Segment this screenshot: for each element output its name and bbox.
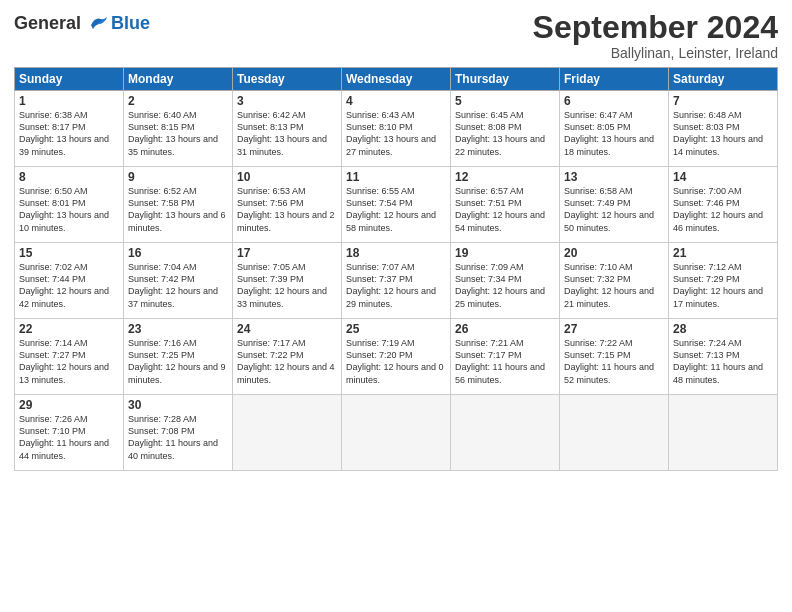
day-number: 21 bbox=[673, 246, 773, 260]
day-number: 5 bbox=[455, 94, 555, 108]
day-number: 18 bbox=[346, 246, 446, 260]
day-info: Sunrise: 6:48 AM Sunset: 8:03 PM Dayligh… bbox=[673, 109, 773, 158]
day-info: Sunrise: 7:26 AM Sunset: 7:10 PM Dayligh… bbox=[19, 413, 119, 462]
day-number: 14 bbox=[673, 170, 773, 184]
day-info: Sunrise: 7:14 AM Sunset: 7:27 PM Dayligh… bbox=[19, 337, 119, 386]
day-number: 16 bbox=[128, 246, 228, 260]
day-number: 15 bbox=[19, 246, 119, 260]
calendar-cell: 28Sunrise: 7:24 AM Sunset: 7:13 PM Dayli… bbox=[669, 319, 778, 395]
day-number: 25 bbox=[346, 322, 446, 336]
calendar-cell: 27Sunrise: 7:22 AM Sunset: 7:15 PM Dayli… bbox=[560, 319, 669, 395]
calendar-cell: 1Sunrise: 6:38 AM Sunset: 8:17 PM Daylig… bbox=[15, 91, 124, 167]
calendar-cell: 19Sunrise: 7:09 AM Sunset: 7:34 PM Dayli… bbox=[451, 243, 560, 319]
calendar-cell: 6Sunrise: 6:47 AM Sunset: 8:05 PM Daylig… bbox=[560, 91, 669, 167]
calendar-cell bbox=[342, 395, 451, 471]
location-subtitle: Ballylinan, Leinster, Ireland bbox=[533, 45, 778, 61]
day-number: 27 bbox=[564, 322, 664, 336]
calendar-cell: 24Sunrise: 7:17 AM Sunset: 7:22 PM Dayli… bbox=[233, 319, 342, 395]
day-info: Sunrise: 7:17 AM Sunset: 7:22 PM Dayligh… bbox=[237, 337, 337, 386]
calendar-week-row: 1Sunrise: 6:38 AM Sunset: 8:17 PM Daylig… bbox=[15, 91, 778, 167]
day-info: Sunrise: 6:43 AM Sunset: 8:10 PM Dayligh… bbox=[346, 109, 446, 158]
day-number: 19 bbox=[455, 246, 555, 260]
day-number: 13 bbox=[564, 170, 664, 184]
calendar-cell: 4Sunrise: 6:43 AM Sunset: 8:10 PM Daylig… bbox=[342, 91, 451, 167]
day-number: 8 bbox=[19, 170, 119, 184]
calendar-cell: 25Sunrise: 7:19 AM Sunset: 7:20 PM Dayli… bbox=[342, 319, 451, 395]
calendar-cell: 30Sunrise: 7:28 AM Sunset: 7:08 PM Dayli… bbox=[124, 395, 233, 471]
calendar-header-row: Sunday Monday Tuesday Wednesday Thursday… bbox=[15, 68, 778, 91]
calendar-cell bbox=[233, 395, 342, 471]
day-info: Sunrise: 7:07 AM Sunset: 7:37 PM Dayligh… bbox=[346, 261, 446, 310]
day-info: Sunrise: 7:22 AM Sunset: 7:15 PM Dayligh… bbox=[564, 337, 664, 386]
calendar-cell: 13Sunrise: 6:58 AM Sunset: 7:49 PM Dayli… bbox=[560, 167, 669, 243]
day-info: Sunrise: 7:21 AM Sunset: 7:17 PM Dayligh… bbox=[455, 337, 555, 386]
day-info: Sunrise: 6:50 AM Sunset: 8:01 PM Dayligh… bbox=[19, 185, 119, 234]
day-number: 11 bbox=[346, 170, 446, 184]
calendar-cell: 23Sunrise: 7:16 AM Sunset: 7:25 PM Dayli… bbox=[124, 319, 233, 395]
calendar-cell: 2Sunrise: 6:40 AM Sunset: 8:15 PM Daylig… bbox=[124, 91, 233, 167]
calendar-cell: 9Sunrise: 6:52 AM Sunset: 7:58 PM Daylig… bbox=[124, 167, 233, 243]
day-info: Sunrise: 6:58 AM Sunset: 7:49 PM Dayligh… bbox=[564, 185, 664, 234]
day-number: 3 bbox=[237, 94, 337, 108]
day-number: 10 bbox=[237, 170, 337, 184]
calendar-cell: 20Sunrise: 7:10 AM Sunset: 7:32 PM Dayli… bbox=[560, 243, 669, 319]
col-saturday: Saturday bbox=[669, 68, 778, 91]
calendar-cell: 3Sunrise: 6:42 AM Sunset: 8:13 PM Daylig… bbox=[233, 91, 342, 167]
month-title: September 2024 bbox=[533, 10, 778, 45]
day-number: 22 bbox=[19, 322, 119, 336]
day-info: Sunrise: 6:53 AM Sunset: 7:56 PM Dayligh… bbox=[237, 185, 337, 234]
calendar-week-row: 22Sunrise: 7:14 AM Sunset: 7:27 PM Dayli… bbox=[15, 319, 778, 395]
day-info: Sunrise: 7:02 AM Sunset: 7:44 PM Dayligh… bbox=[19, 261, 119, 310]
calendar-cell: 26Sunrise: 7:21 AM Sunset: 7:17 PM Dayli… bbox=[451, 319, 560, 395]
calendar-cell: 5Sunrise: 6:45 AM Sunset: 8:08 PM Daylig… bbox=[451, 91, 560, 167]
col-wednesday: Wednesday bbox=[342, 68, 451, 91]
calendar-cell: 15Sunrise: 7:02 AM Sunset: 7:44 PM Dayli… bbox=[15, 243, 124, 319]
calendar-cell bbox=[451, 395, 560, 471]
col-thursday: Thursday bbox=[451, 68, 560, 91]
title-block: September 2024 Ballylinan, Leinster, Ire… bbox=[533, 10, 778, 61]
day-number: 30 bbox=[128, 398, 228, 412]
calendar-cell: 7Sunrise: 6:48 AM Sunset: 8:03 PM Daylig… bbox=[669, 91, 778, 167]
day-number: 7 bbox=[673, 94, 773, 108]
calendar-cell: 18Sunrise: 7:07 AM Sunset: 7:37 PM Dayli… bbox=[342, 243, 451, 319]
calendar-week-row: 15Sunrise: 7:02 AM Sunset: 7:44 PM Dayli… bbox=[15, 243, 778, 319]
day-number: 12 bbox=[455, 170, 555, 184]
logo-blue: Blue bbox=[111, 14, 150, 34]
day-info: Sunrise: 7:24 AM Sunset: 7:13 PM Dayligh… bbox=[673, 337, 773, 386]
calendar-cell: 22Sunrise: 7:14 AM Sunset: 7:27 PM Dayli… bbox=[15, 319, 124, 395]
calendar-cell: 17Sunrise: 7:05 AM Sunset: 7:39 PM Dayli… bbox=[233, 243, 342, 319]
calendar-cell: 21Sunrise: 7:12 AM Sunset: 7:29 PM Dayli… bbox=[669, 243, 778, 319]
day-number: 1 bbox=[19, 94, 119, 108]
logo: General Blue bbox=[14, 14, 150, 34]
day-info: Sunrise: 7:10 AM Sunset: 7:32 PM Dayligh… bbox=[564, 261, 664, 310]
day-number: 20 bbox=[564, 246, 664, 260]
col-friday: Friday bbox=[560, 68, 669, 91]
calendar-cell: 16Sunrise: 7:04 AM Sunset: 7:42 PM Dayli… bbox=[124, 243, 233, 319]
calendar-cell: 10Sunrise: 6:53 AM Sunset: 7:56 PM Dayli… bbox=[233, 167, 342, 243]
day-number: 17 bbox=[237, 246, 337, 260]
calendar-cell bbox=[560, 395, 669, 471]
day-number: 2 bbox=[128, 94, 228, 108]
calendar-cell bbox=[669, 395, 778, 471]
calendar-cell: 14Sunrise: 7:00 AM Sunset: 7:46 PM Dayli… bbox=[669, 167, 778, 243]
day-info: Sunrise: 7:09 AM Sunset: 7:34 PM Dayligh… bbox=[455, 261, 555, 310]
calendar-week-row: 8Sunrise: 6:50 AM Sunset: 8:01 PM Daylig… bbox=[15, 167, 778, 243]
col-sunday: Sunday bbox=[15, 68, 124, 91]
calendar-table: Sunday Monday Tuesday Wednesday Thursday… bbox=[14, 67, 778, 471]
day-info: Sunrise: 7:28 AM Sunset: 7:08 PM Dayligh… bbox=[128, 413, 228, 462]
header: General Blue September 2024 Ballylinan, … bbox=[14, 10, 778, 61]
day-info: Sunrise: 6:47 AM Sunset: 8:05 PM Dayligh… bbox=[564, 109, 664, 158]
day-info: Sunrise: 6:55 AM Sunset: 7:54 PM Dayligh… bbox=[346, 185, 446, 234]
day-info: Sunrise: 6:45 AM Sunset: 8:08 PM Dayligh… bbox=[455, 109, 555, 158]
day-info: Sunrise: 7:00 AM Sunset: 7:46 PM Dayligh… bbox=[673, 185, 773, 234]
day-info: Sunrise: 7:19 AM Sunset: 7:20 PM Dayligh… bbox=[346, 337, 446, 386]
calendar-cell: 12Sunrise: 6:57 AM Sunset: 7:51 PM Dayli… bbox=[451, 167, 560, 243]
col-monday: Monday bbox=[124, 68, 233, 91]
day-info: Sunrise: 6:40 AM Sunset: 8:15 PM Dayligh… bbox=[128, 109, 228, 158]
calendar-cell: 8Sunrise: 6:50 AM Sunset: 8:01 PM Daylig… bbox=[15, 167, 124, 243]
page-container: General Blue September 2024 Ballylinan, … bbox=[0, 0, 792, 612]
calendar-cell: 29Sunrise: 7:26 AM Sunset: 7:10 PM Dayli… bbox=[15, 395, 124, 471]
day-info: Sunrise: 7:05 AM Sunset: 7:39 PM Dayligh… bbox=[237, 261, 337, 310]
day-info: Sunrise: 6:42 AM Sunset: 8:13 PM Dayligh… bbox=[237, 109, 337, 158]
day-number: 24 bbox=[237, 322, 337, 336]
